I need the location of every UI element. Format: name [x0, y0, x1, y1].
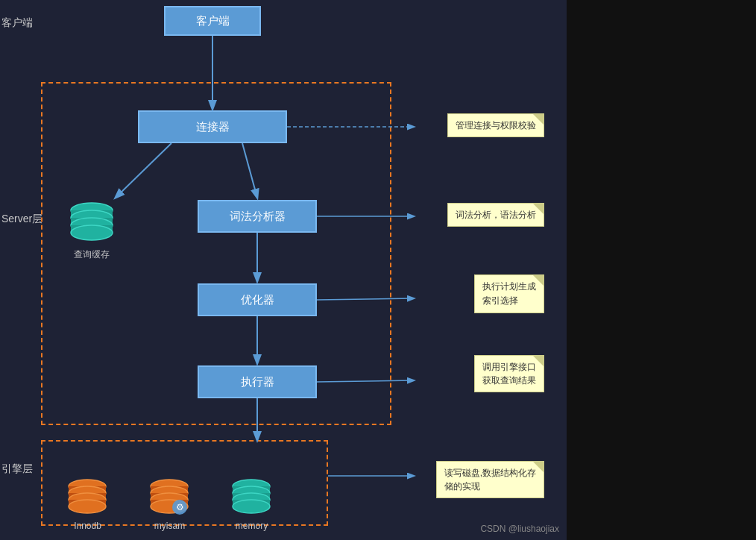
client-box: 客户端	[164, 6, 261, 36]
note-engine-line2: 储的实现	[444, 480, 536, 493]
main-diagram: 客户端 Server层 引擎层 客户端 连接器 查询缓存 词法分析器 优化器 执…	[0, 0, 567, 540]
query-cache-area: 查询缓存	[58, 200, 125, 261]
executor-box: 执行器	[198, 365, 317, 398]
svg-point-29	[233, 500, 270, 513]
svg-point-13	[69, 500, 106, 513]
svg-point-6	[71, 225, 113, 240]
note-executor-line2: 获取查询结果	[482, 374, 536, 387]
memory-label: memory	[236, 521, 268, 531]
connector-box: 连接器	[138, 110, 287, 143]
engine-layer-label: 引擎层	[1, 462, 33, 476]
note-engine-line1: 读写磁盘,数据结构化存	[444, 466, 536, 480]
client-layer-label: 客户端	[1, 16, 33, 30]
query-cache-label: 查询缓存	[74, 248, 110, 261]
svg-text:⚙: ⚙	[176, 502, 184, 512]
note-executor-line1: 调用引擎接口	[482, 360, 536, 374]
note-executor: 调用引擎接口 获取查询结果	[474, 355, 544, 392]
note-engine: 读写磁盘,数据结构化存 储的实现	[436, 461, 544, 498]
lexer-box: 词法分析器	[198, 200, 317, 233]
note-optimizer: 执行计划生成 索引选择	[474, 274, 544, 313]
innodb-engine: Innodb	[63, 477, 112, 531]
myisam-label: myisam	[154, 521, 185, 531]
server-layer-label: Server层	[1, 213, 42, 226]
note-lexer: 词法分析，语法分析	[447, 203, 544, 227]
optimizer-box: 优化器	[198, 283, 317, 316]
innodb-label: Innodb	[74, 521, 101, 531]
memory-engine: memory	[227, 477, 276, 531]
note-optimizer-line2: 索引选择	[482, 294, 536, 308]
note-connector: 管理连接与权限校验	[447, 113, 544, 137]
note-optimizer-line1: 执行计划生成	[482, 280, 536, 294]
myisam-engine: ⚙ myisam	[145, 477, 194, 531]
right-panel	[567, 0, 756, 540]
watermark: CSDN @liushaojiax	[480, 524, 559, 534]
